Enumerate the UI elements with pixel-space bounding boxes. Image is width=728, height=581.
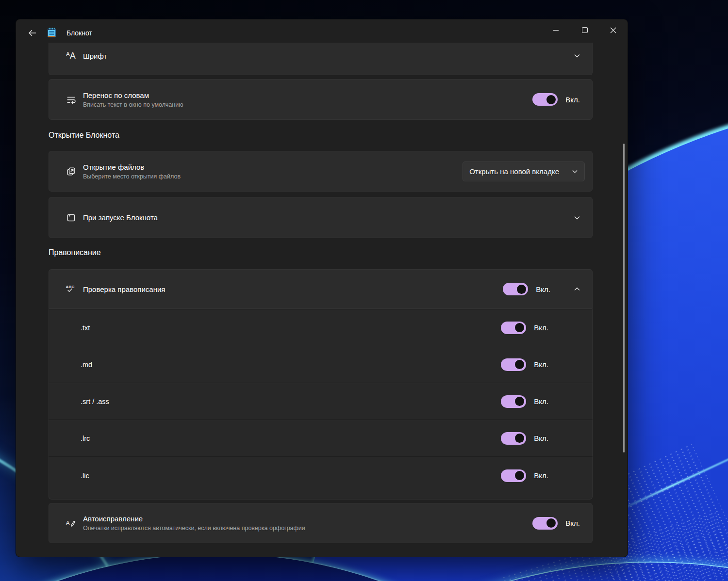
- extension-row-md: .md Вкл.: [49, 346, 593, 383]
- maximize-icon: [582, 27, 588, 33]
- toggle-knob: [546, 95, 556, 104]
- file-open-subtitle: Выберите место открытия файлов: [83, 173, 181, 180]
- file-open-title: Открытие файлов: [83, 163, 181, 171]
- extension-toggle-label: Вкл.: [534, 434, 548, 442]
- vertical-scrollbar[interactable]: [623, 144, 625, 452]
- word-wrap-title: Перенос по словам: [83, 91, 183, 99]
- section-header-opening: Открытие Блокнота: [49, 131, 119, 140]
- font-icon: AA: [65, 51, 77, 60]
- spellcheck-expander: ABC Проверка правописания Вкл. .txt Вкл.…: [49, 269, 593, 500]
- autocorrect-subtitle: Опечатки исправляются автоматически, есл…: [83, 525, 305, 532]
- toggle-knob: [515, 360, 524, 369]
- back-button[interactable]: [22, 25, 42, 41]
- close-icon: [610, 27, 616, 33]
- extension-row-lrc: .lrc Вкл.: [49, 420, 593, 456]
- minimize-icon: [553, 30, 559, 31]
- word-wrap-toggle-label: Вкл.: [565, 96, 580, 104]
- notepad-settings-window: Блокнот AA Шрифт Перенос по словам Вписа…: [16, 19, 628, 557]
- section-header-spelling: Правописание: [49, 248, 101, 257]
- autocorrect-toggle[interactable]: [532, 517, 558, 530]
- close-button[interactable]: [599, 19, 628, 41]
- svg-text:ABC: ABC: [66, 285, 75, 289]
- svg-text:A: A: [66, 520, 70, 527]
- font-card[interactable]: AA Шрифт: [49, 43, 593, 75]
- word-wrap-card: Перенос по словам Вписать текст в окно п…: [49, 79, 593, 120]
- back-arrow-icon: [28, 29, 37, 37]
- toggle-knob: [517, 285, 526, 294]
- chevron-down-icon: [574, 52, 580, 59]
- word-wrap-toggle[interactable]: [532, 93, 558, 106]
- chevron-up-icon: [574, 286, 580, 292]
- startup-title: При запуске Блокнота: [83, 213, 158, 222]
- open-in-new-icon: [65, 166, 77, 177]
- spellcheck-toggle-label: Вкл.: [536, 285, 550, 293]
- toggle-knob: [515, 471, 524, 480]
- dropdown-selected-value: Открыть на новой вкладке: [469, 167, 559, 176]
- maximize-button[interactable]: [570, 19, 599, 41]
- extension-row-srt-ass: .srt / .ass Вкл.: [49, 383, 593, 420]
- autocorrect-toggle-label: Вкл.: [565, 519, 580, 527]
- window-controls: [542, 19, 628, 41]
- startup-card[interactable]: При запуске Блокнота: [49, 197, 593, 238]
- extension-row-txt: .txt Вкл.: [49, 309, 593, 346]
- autocorrect-title: Автоисправление: [83, 515, 305, 523]
- chevron-down-icon: [572, 168, 578, 175]
- extension-label: .md: [81, 361, 92, 369]
- extension-lic-toggle[interactable]: [501, 469, 526, 482]
- extension-toggle-label: Вкл.: [534, 360, 548, 369]
- minimize-button[interactable]: [542, 19, 570, 41]
- autocorrect-card: A Автоисправление Опечатки исправляются …: [49, 503, 593, 543]
- extension-label: .txt: [81, 324, 90, 332]
- extension-toggle-label: Вкл.: [534, 397, 548, 405]
- spellcheck-toggle[interactable]: [503, 283, 528, 295]
- font-card-title: Шрифт: [83, 52, 107, 60]
- file-open-dropdown[interactable]: Открыть на новой вкладке: [463, 161, 585, 181]
- spellcheck-abc-icon: ABC: [65, 284, 77, 294]
- extension-lrc-toggle[interactable]: [501, 432, 526, 445]
- extension-label: .lic: [81, 472, 89, 480]
- extension-label: .srt / .ass: [81, 398, 109, 405]
- extension-txt-toggle[interactable]: [501, 322, 526, 334]
- toggle-knob: [546, 518, 556, 528]
- window-title: Блокнот: [66, 29, 92, 37]
- extension-toggle-label: Вкл.: [534, 471, 548, 480]
- extension-toggle-label: Вкл.: [534, 323, 548, 332]
- wallpaper-bottom-swirl: [0, 554, 704, 581]
- extension-md-toggle[interactable]: [501, 358, 526, 371]
- toggle-knob: [515, 397, 524, 406]
- toggle-knob: [515, 434, 524, 443]
- notepad-app-icon: [47, 27, 57, 40]
- extension-srt-ass-toggle[interactable]: [501, 395, 526, 408]
- wallpaper-bottom-arc: [116, 562, 728, 581]
- file-open-card: Открытие файлов Выберите место открытия …: [49, 151, 593, 192]
- extension-label: .lrc: [81, 435, 90, 442]
- word-wrap-subtitle: Вписать текст в окно по умолчанию: [83, 101, 183, 108]
- chevron-down-icon: [574, 214, 580, 221]
- word-wrap-icon: [65, 95, 77, 105]
- extension-row-lic: .lic Вкл.: [49, 456, 593, 500]
- spellcheck-title: Проверка правописания: [83, 285, 165, 293]
- toggle-knob: [515, 323, 524, 332]
- autocorrect-pen-icon: A: [65, 518, 77, 528]
- window-tab-icon: [65, 212, 77, 223]
- spellcheck-header[interactable]: ABC Проверка правописания Вкл.: [49, 269, 593, 309]
- wallpaper-cyan-line: [613, 449, 728, 514]
